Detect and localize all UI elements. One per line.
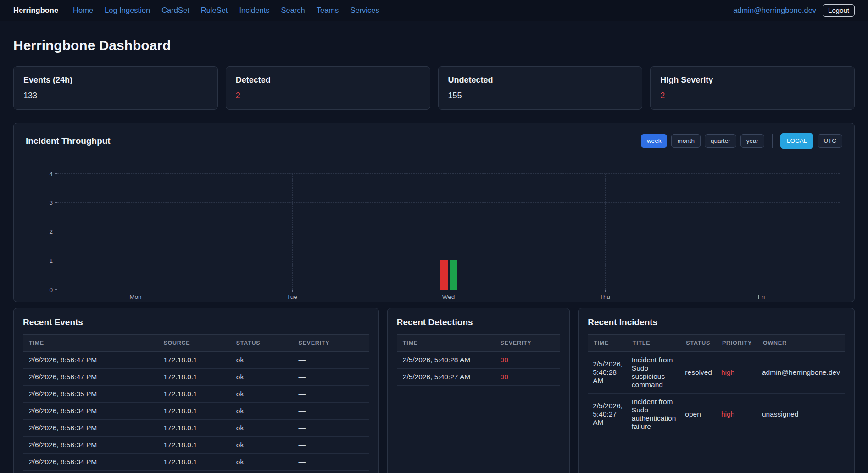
column-header-source: SOURCE — [158, 335, 230, 352]
throughput-chart: 01234MonTueWedThuFri — [57, 174, 840, 290]
gridline-vertical — [605, 174, 606, 290]
stat-cards-row: Events (24h)133Detected2Undetected155Hig… — [13, 66, 855, 110]
gridline-vertical — [449, 174, 449, 290]
cell-status: ok — [231, 352, 293, 369]
cell-severity: — — [293, 471, 369, 473]
chip-week[interactable]: week — [641, 134, 668, 148]
table-row: 2/6/2026, 8:56:47 PM172.18.0.1ok— — [23, 352, 369, 369]
range-button-group: weekmonthquarteryear — [641, 134, 764, 148]
column-header-severity: SEVERITY — [495, 335, 560, 352]
cell-source: 172.18.0.1 — [158, 386, 230, 403]
nav-link-teams[interactable]: Teams — [317, 6, 339, 15]
column-header-title: TITLE — [627, 335, 681, 352]
nav-link-ruleset[interactable]: RuleSet — [201, 6, 228, 15]
chip-local[interactable]: LOCAL — [780, 133, 813, 149]
x-tick-mark — [449, 290, 449, 292]
cell-time: 2/6/2026, 8:56:34 PM — [23, 420, 158, 437]
x-tick-mark — [136, 290, 136, 292]
button-divider — [772, 134, 773, 148]
cell-severity: 90 — [495, 369, 560, 386]
table-row: 2/5/2026, 5:40:27 AMIncident from Sudo a… — [588, 394, 845, 435]
chip-utc[interactable]: UTC — [818, 134, 842, 148]
cell-status: ok — [231, 369, 293, 386]
table-row: 2/6/2026, 8:56:35 PM172.18.0.1ok— — [23, 386, 369, 403]
cell-time: 2/6/2026, 8:56:34 PM — [23, 454, 158, 471]
cell-status: ok — [231, 420, 293, 437]
x-tick-label: Mon — [129, 293, 141, 300]
column-header-owner: OWNER — [757, 335, 845, 352]
dashboard-main: Herringbone Dashboard Events (24h)133Det… — [0, 38, 868, 473]
column-header-time: TIME — [23, 335, 158, 352]
chip-quarter[interactable]: quarter — [705, 134, 736, 148]
cell-source: 172.18.0.1 — [158, 352, 230, 369]
logout-button[interactable]: Logout — [823, 4, 855, 17]
y-tick-label: 3 — [49, 199, 53, 206]
cell-source: 172.18.0.1 — [158, 437, 230, 454]
cell-status: ok — [231, 403, 293, 420]
stat-card-detected: Detected2 — [226, 66, 430, 110]
y-tick-mark — [55, 260, 57, 260]
cell-status: ok — [231, 437, 293, 454]
gridline-vertical — [136, 174, 136, 290]
table-body: 2/5/2026, 5:40:28 AM902/5/2026, 5:40:27 … — [397, 352, 560, 386]
cell-severity: — — [293, 437, 369, 454]
cell-severity: — — [293, 386, 369, 403]
cell-time: 2/6/2026, 8:56:34 PM — [23, 403, 158, 420]
recent-incidents-table: TIMETITLESTATUSPRIORITYOWNER2/5/2026, 5:… — [588, 334, 845, 435]
chart-header: Incident Throughput weekmonthquarteryear… — [26, 133, 842, 149]
user-email-link[interactable]: admin@herringbone.dev — [733, 6, 816, 15]
table-row: 2/6/2026, 8:56:47 PM172.18.0.1ok— — [23, 369, 369, 386]
cell-time: 2/6/2026, 8:56:34 PM — [23, 437, 158, 454]
cell-owner: admin@herringbone.dev — [757, 352, 845, 394]
cell-severity: — — [293, 420, 369, 437]
recent-incidents-panel: Recent Incidents TIMETITLESTATUSPRIORITY… — [578, 308, 855, 473]
stat-label: High Severity — [660, 75, 845, 85]
cell-source: 172.18.0.1 — [158, 369, 230, 386]
nav-link-incidents[interactable]: Incidents — [239, 6, 269, 15]
y-tick-mark — [55, 231, 57, 231]
table-row: 2/6/2026, 8:56:34 PM172.18.0.1ok— — [23, 420, 369, 437]
table-header-row: TIMESOURCESTATUSSEVERITY — [23, 335, 369, 352]
cell-severity: — — [293, 454, 369, 471]
table-head: TIMESOURCESTATUSSEVERITY — [23, 335, 369, 352]
y-tick-mark — [55, 202, 57, 203]
table-header-row: TIMETITLESTATUSPRIORITYOWNER — [588, 335, 845, 352]
stat-label: Events (24h) — [23, 75, 208, 85]
recent-detections-title: Recent Detections — [397, 317, 560, 327]
cell-source: 172.18.0.1 — [158, 403, 230, 420]
recent-incidents-title: Recent Incidents — [588, 317, 845, 327]
cell-title: Incident from Sudo suspicious command — [627, 352, 681, 394]
stat-value: 155 — [448, 91, 633, 101]
table-body: 2/5/2026, 5:40:28 AMIncident from Sudo s… — [588, 352, 845, 435]
nav-link-services[interactable]: Services — [350, 6, 379, 15]
cell-severity: — — [293, 403, 369, 420]
y-tick-label: 4 — [49, 170, 53, 177]
chip-year[interactable]: year — [740, 134, 764, 148]
cell-priority: high — [717, 352, 757, 394]
brand-logo: Herringbone — [13, 6, 58, 15]
gridline-vertical — [762, 174, 762, 290]
y-tick-mark — [55, 173, 57, 174]
stat-value: 2 — [660, 91, 845, 101]
nav-link-log-ingestion[interactable]: Log Ingestion — [105, 6, 150, 15]
stat-label: Detected — [236, 75, 420, 85]
table-row: 2/5/2026, 5:40:28 AM90 — [397, 352, 560, 369]
nav-link-home[interactable]: Home — [73, 6, 93, 15]
chip-month[interactable]: month — [671, 134, 701, 148]
stat-value: 133 — [23, 91, 208, 101]
y-tick-label: 2 — [49, 228, 53, 235]
x-tick-mark — [292, 290, 293, 292]
recent-detections-table: TIMESEVERITY2/5/2026, 5:40:28 AM902/5/20… — [397, 334, 560, 386]
cell-status: resolved — [680, 352, 717, 394]
x-tick-label: Wed — [442, 293, 455, 300]
chart-bar-red-series-wed — [440, 260, 448, 289]
nav-link-search[interactable]: Search — [281, 6, 305, 15]
x-tick-label: Tue — [287, 293, 297, 300]
cell-status: ok — [231, 386, 293, 403]
cell-owner: unassigned — [757, 394, 845, 435]
nav-links: HomeLog IngestionCardSetRuleSetIncidents… — [73, 6, 733, 15]
chart-title: Incident Throughput — [26, 136, 111, 146]
table-head: TIMESEVERITY — [397, 335, 560, 352]
column-header-time: TIME — [397, 335, 495, 352]
nav-link-cardset[interactable]: CardSet — [161, 6, 189, 15]
